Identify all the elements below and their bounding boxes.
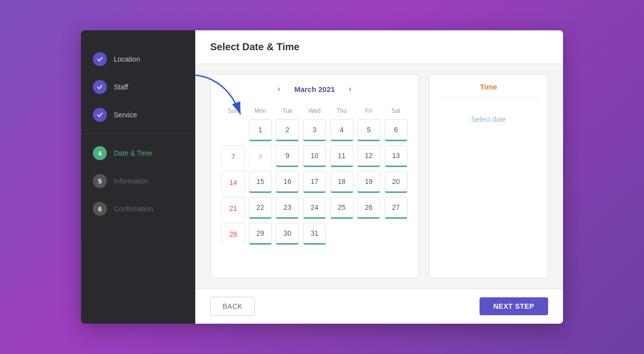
calendar-day-20[interactable]: 20 [383, 170, 408, 194]
sidebar-item-label-5: Information [114, 177, 149, 185]
sidebar-item-label-4: Date & Time [114, 149, 152, 157]
day-cell-31[interactable]: 31 [303, 223, 326, 245]
prev-month-button[interactable]: ‹ [274, 83, 284, 95]
calendar-day-18[interactable]: 18 [329, 170, 354, 194]
calendar-day-25[interactable]: 25 [329, 196, 354, 220]
weekday-header-row: SunMonTueWedThuFriSat [221, 105, 408, 116]
day-cell-23[interactable]: 23 [276, 197, 299, 219]
calendar-nav: ‹ March 2021 › [219, 83, 410, 95]
day-cell-30[interactable]: 30 [276, 223, 299, 245]
day-cell-3[interactable]: 3 [303, 119, 326, 141]
day-cell-25[interactable]: 25 [330, 197, 353, 219]
content-footer: BACK NEXT STEP [195, 288, 563, 324]
month-label: March 2021 [294, 85, 335, 93]
calendar-day-9[interactable]: 9 [275, 144, 300, 168]
step-icon-3 [93, 108, 107, 122]
calendar-day-22[interactable]: 22 [248, 196, 273, 220]
day-cell-9[interactable]: 9 [276, 145, 299, 167]
calendar-day-28[interactable]: 28 [221, 222, 246, 246]
content-area: Select Date & Time ‹ March 2021 › [195, 30, 563, 324]
time-panel-header: Time [437, 83, 540, 97]
day-cell-8[interactable]: 8 [249, 145, 272, 167]
day-cell-10[interactable]: 10 [303, 145, 326, 167]
calendar-section: ‹ March 2021 › SunMonTueWedThuFriSat 123… [210, 74, 419, 278]
calendar-day-29[interactable]: 29 [248, 222, 273, 246]
calendar-day-24[interactable]: 24 [302, 196, 327, 220]
sidebar-item-staff[interactable]: Staff [81, 73, 195, 101]
sidebar: LocationStaffService4Date & Time5Informa… [81, 30, 195, 324]
next-month-button[interactable]: › [345, 83, 355, 95]
calendar-day-4[interactable]: 4 [329, 118, 354, 142]
calendar-day-19[interactable]: 19 [356, 170, 382, 194]
calendar-day-7[interactable]: 7 [221, 144, 246, 168]
calendar-week-3: 14151617181920 [221, 170, 408, 194]
day-cell-6[interactable]: 6 [385, 119, 407, 141]
step-icon-1 [93, 52, 107, 66]
calendar-day-6[interactable]: 6 [383, 118, 408, 142]
day-cell-18[interactable]: 18 [330, 171, 353, 193]
calendar-day-23[interactable]: 23 [275, 196, 300, 220]
day-cell-20[interactable]: 20 [385, 171, 407, 193]
day-cell-29[interactable]: 29 [249, 223, 272, 245]
calendar-day-31[interactable]: 31 [302, 222, 327, 246]
calendar-day-15[interactable]: 15 [248, 170, 273, 194]
day-cell-27[interactable]: 27 [385, 197, 407, 219]
day-cell-28[interactable]: 28 [222, 223, 244, 245]
weekday-fri: Fri [356, 105, 382, 116]
weekday-mon: Mon [248, 105, 273, 116]
day-cell-26[interactable]: 26 [357, 197, 380, 219]
day-cell-14[interactable]: 14 [222, 171, 244, 193]
calendar-day-14[interactable]: 14 [221, 170, 246, 194]
step-icon-4: 4 [93, 146, 107, 160]
calendar-day-empty [356, 222, 382, 246]
calendar-day-26[interactable]: 26 [356, 196, 382, 220]
calendar-day-12[interactable]: 12 [356, 144, 382, 168]
calendar-day-10[interactable]: 10 [302, 144, 327, 168]
calendar-day-11[interactable]: 11 [329, 144, 354, 168]
day-cell-2[interactable]: 2 [276, 119, 299, 141]
step-icon-2 [93, 80, 107, 94]
main-container: LocationStaffService4Date & Time5Informa… [81, 30, 563, 324]
day-cell-19[interactable]: 19 [357, 171, 380, 193]
calendar-day-27[interactable]: 27 [383, 196, 408, 220]
select-date-message: Select date [437, 115, 540, 123]
day-cell-16[interactable]: 16 [276, 171, 299, 193]
sidebar-item-confirmation[interactable]: 6Confirmation [81, 195, 195, 223]
day-cell-13[interactable]: 13 [385, 145, 407, 167]
day-cell-17[interactable]: 17 [303, 171, 326, 193]
next-step-button[interactable]: NEXT STEP [480, 297, 548, 315]
calendar-day-16[interactable]: 16 [275, 170, 300, 194]
sidebar-item-location[interactable]: Location [81, 45, 195, 73]
day-cell-empty [222, 119, 244, 141]
calendar-day-21[interactable]: 21 [221, 196, 246, 220]
day-cell-12[interactable]: 12 [357, 145, 380, 167]
weekday-tue: Tue [275, 105, 300, 116]
calendar-day-1[interactable]: 1 [248, 118, 273, 142]
day-cell-1[interactable]: 1 [249, 119, 272, 141]
step-icon-5: 5 [93, 174, 107, 188]
calendar-day-17[interactable]: 17 [302, 170, 327, 194]
time-section: Time Select date [429, 74, 548, 278]
sidebar-item-service[interactable]: Service [81, 101, 195, 129]
calendar-day-empty [221, 118, 246, 142]
day-cell-4[interactable]: 4 [330, 119, 353, 141]
day-cell-5[interactable]: 5 [357, 119, 380, 141]
calendar-day-3[interactable]: 3 [302, 118, 327, 142]
day-cell-empty [357, 223, 380, 245]
calendar-day-5[interactable]: 5 [356, 118, 382, 142]
day-cell-24[interactable]: 24 [303, 197, 326, 219]
day-cell-22[interactable]: 22 [249, 197, 272, 219]
calendar-table: SunMonTueWedThuFriSat 123456789101112131… [219, 103, 410, 248]
calendar-day-8[interactable]: 8 [248, 144, 273, 168]
day-cell-7[interactable]: 7 [222, 145, 244, 167]
calendar-day-30[interactable]: 30 [275, 222, 300, 246]
calendar-day-13[interactable]: 13 [383, 144, 408, 168]
calendar-day-2[interactable]: 2 [275, 118, 300, 142]
day-cell-empty [330, 223, 353, 245]
day-cell-15[interactable]: 15 [249, 171, 272, 193]
sidebar-item-information[interactable]: 5Information [81, 167, 195, 195]
sidebar-item-date-&-time[interactable]: 4Date & Time [81, 139, 195, 167]
day-cell-11[interactable]: 11 [330, 145, 353, 167]
day-cell-21[interactable]: 21 [222, 197, 244, 219]
back-button[interactable]: BACK [210, 297, 255, 316]
